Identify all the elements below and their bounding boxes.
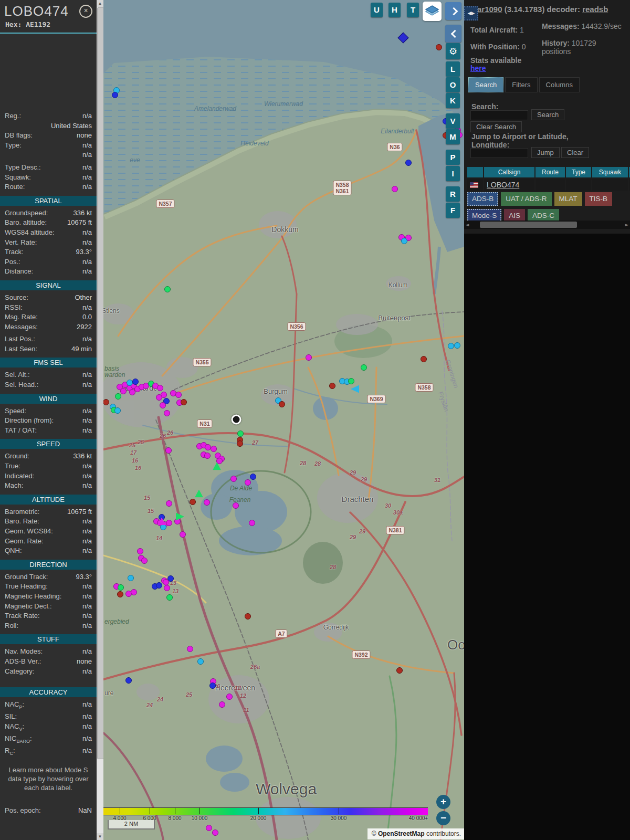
aircraft-dot[interactable] — [131, 589, 137, 595]
callsign-link[interactable]: LOBO474 — [487, 181, 519, 189]
aircraft-dot[interactable] — [237, 440, 243, 447]
aircraft-dot[interactable] — [187, 646, 193, 652]
scroll-down-icon[interactable]: ▼ — [97, 833, 103, 840]
openstreetmap-link[interactable]: OpenStreetMap — [378, 830, 425, 837]
map-button-U[interactable]: U — [371, 3, 383, 17]
settings-button[interactable]: ⚙ — [446, 43, 460, 59]
selected-aircraft-marker[interactable] — [232, 415, 242, 425]
filter-badge-tis-b[interactable]: TIS-B — [585, 192, 613, 206]
close-icon[interactable]: × — [79, 5, 92, 18]
jump-clear-button[interactable]: Clear — [561, 147, 589, 158]
aircraft-dot[interactable] — [115, 393, 121, 400]
sidebar-scrollbar[interactable]: ▲ ▼ — [97, 0, 103, 840]
panel-horizontal-scrollbar[interactable]: ◄ ► — [464, 220, 630, 229]
aircraft-dot[interactable] — [361, 364, 367, 371]
map-button-F[interactable]: F — [446, 203, 460, 218]
aircraft-dot[interactable] — [245, 479, 251, 486]
aircraft-dot[interactable] — [209, 682, 216, 689]
aircraft-dot[interactable] — [132, 379, 139, 385]
aircraft-dot[interactable] — [306, 354, 312, 361]
aircraft-dot[interactable] — [166, 594, 173, 601]
map-canvas[interactable]: DokkumKollumBuitenpostStiensBurgumLeeuwa… — [103, 0, 464, 840]
stats-here-link[interactable]: here — [470, 64, 486, 72]
map-button-I[interactable]: I — [446, 166, 460, 181]
search-button[interactable]: Search — [531, 109, 564, 120]
aircraft-dot[interactable] — [117, 591, 123, 597]
aircraft-dot[interactable] — [279, 401, 285, 407]
aircraft-dot[interactable] — [118, 584, 124, 591]
aircraft-dot[interactable] — [197, 658, 204, 665]
jump-button[interactable]: Jump — [531, 147, 560, 158]
table-row[interactable]: LOBO47410675 — [467, 178, 630, 191]
column-header-flag[interactable] — [467, 167, 483, 177]
aircraft-dot[interactable] — [204, 499, 210, 506]
aircraft-dot[interactable] — [181, 399, 187, 405]
aircraft-dot[interactable] — [250, 474, 256, 480]
aircraft-dot[interactable] — [125, 677, 132, 684]
aircraft-dot[interactable] — [180, 531, 186, 538]
panel-close-button[interactable] — [445, 25, 461, 43]
aircraft-dot[interactable] — [405, 160, 412, 166]
clear-search-button[interactable]: Clear Search — [470, 121, 522, 132]
scroll-up-icon[interactable]: ▲ — [97, 0, 103, 7]
aircraft-dot[interactable] — [129, 389, 135, 395]
tab-search[interactable]: Search — [468, 77, 503, 92]
map-button-K[interactable]: K — [446, 93, 460, 108]
column-header-Route[interactable]: Route — [536, 167, 565, 177]
panel-toggle-button[interactable]: ◀▶ — [464, 6, 478, 20]
tab-columns[interactable]: Columns — [539, 77, 580, 92]
aircraft-dot[interactable] — [166, 520, 172, 526]
filter-badge-ads-b[interactable]: ADS-B — [467, 192, 498, 206]
aircraft-dot[interactable] — [112, 92, 118, 98]
aircraft-dot[interactable] — [156, 394, 162, 401]
aircraft-dot[interactable] — [396, 667, 403, 674]
aircraft-dot[interactable] — [219, 701, 225, 708]
aircraft-dot[interactable] — [120, 388, 127, 394]
aircraft-dot[interactable] — [128, 575, 134, 581]
aircraft-dot[interactable] — [157, 385, 163, 391]
filter-badge-mlat[interactable]: MLAT — [554, 192, 582, 206]
aircraft-dot[interactable] — [212, 830, 218, 836]
map-button-H[interactable]: H — [388, 3, 401, 17]
aircraft-dot[interactable] — [190, 499, 196, 505]
map-button-V[interactable]: V — [446, 113, 460, 129]
aircraft-dot[interactable] — [164, 286, 171, 292]
map-button-P[interactable]: P — [446, 150, 460, 165]
zoom-out-button[interactable]: − — [436, 811, 450, 825]
h-scrollbar-thumb[interactable] — [480, 222, 577, 228]
column-header-Callsign[interactable]: Callsign — [484, 167, 534, 177]
aircraft-dot[interactable] — [160, 402, 166, 408]
readsb-link[interactable]: readsb — [582, 5, 608, 14]
aircraft-dot[interactable] — [164, 410, 170, 416]
scroll-left-icon[interactable]: ◄ — [464, 220, 470, 229]
jump-input[interactable] — [470, 148, 528, 158]
aircraft-dot[interactable] — [392, 186, 398, 192]
aircraft-dot[interactable] — [175, 392, 182, 398]
aircraft-dot[interactable] — [329, 383, 335, 389]
aircraft-dot[interactable] — [230, 476, 237, 482]
aircraft-dot[interactable] — [454, 342, 460, 349]
aircraft-dot[interactable] — [114, 407, 121, 414]
aircraft-dot[interactable] — [401, 238, 407, 244]
aircraft-dot[interactable] — [249, 520, 255, 526]
scroll-right-icon[interactable]: ► — [624, 220, 630, 229]
aircraft-dot[interactable] — [137, 548, 143, 554]
map-button-R[interactable]: R — [446, 186, 460, 202]
aircraft-dot[interactable] — [165, 447, 172, 454]
aircraft-dot[interactable] — [226, 694, 233, 700]
column-header-Type[interactable]: Type — [566, 167, 591, 177]
panel-open-button[interactable] — [445, 2, 461, 20]
aircraft-dot[interactable] — [166, 500, 172, 507]
tar1090-link[interactable]: tar1090 — [475, 5, 502, 14]
map-button-O[interactable]: O — [446, 77, 460, 92]
aircraft-dot[interactable] — [448, 343, 454, 349]
aircraft-dot[interactable] — [245, 613, 251, 620]
tab-filters[interactable]: Filters — [505, 77, 537, 92]
column-header-Squawk[interactable]: Squawk — [592, 167, 628, 177]
aircraft-dot[interactable] — [237, 430, 244, 437]
zoom-in-button[interactable]: + — [436, 795, 450, 809]
aircraft-dot[interactable] — [348, 378, 354, 384]
layers-button[interactable] — [423, 2, 442, 21]
aircraft-dot[interactable] — [204, 453, 211, 459]
map-button-T[interactable]: T — [407, 3, 419, 17]
